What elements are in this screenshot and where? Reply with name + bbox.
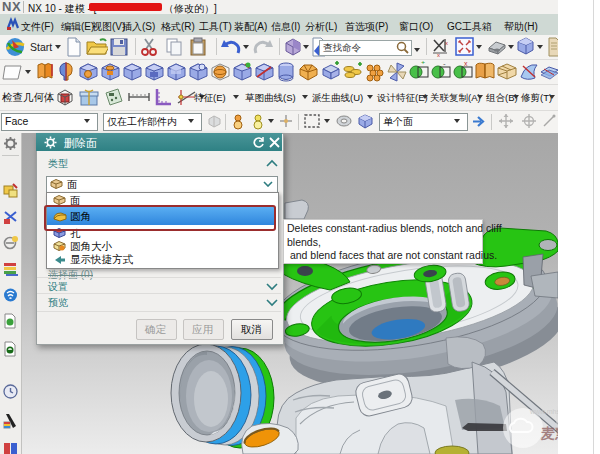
svg-text:-: - <box>443 61 446 68</box>
svg-text:x: x <box>445 40 448 46</box>
svg-text:+: + <box>421 61 425 66</box>
svg-text:x: x <box>464 61 468 67</box>
svg-text:x: x <box>437 52 440 57</box>
